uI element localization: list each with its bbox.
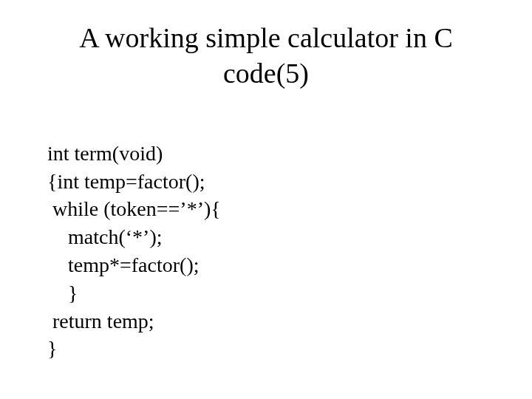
- slide-title: A working simple calculator in C code(5): [44, 21, 488, 91]
- code-line: {int temp=factor();: [47, 170, 205, 193]
- code-block: int term(void) {int temp=factor(); while…: [47, 112, 532, 363]
- slide: A working simple calculator in C code(5)…: [0, 0, 532, 399]
- code-line: match(‘*’);: [47, 225, 163, 248]
- title-line-2: code(5): [223, 58, 309, 89]
- code-line: return temp;: [47, 310, 154, 332]
- code-line: }: [47, 337, 57, 360]
- code-line: temp*=factor();: [47, 253, 200, 276]
- code-line: }: [47, 282, 78, 304]
- code-line: while (token==’*’){: [47, 197, 221, 220]
- title-line-1: A working simple calculator in C: [79, 22, 453, 53]
- code-line: int term(void): [47, 142, 163, 165]
